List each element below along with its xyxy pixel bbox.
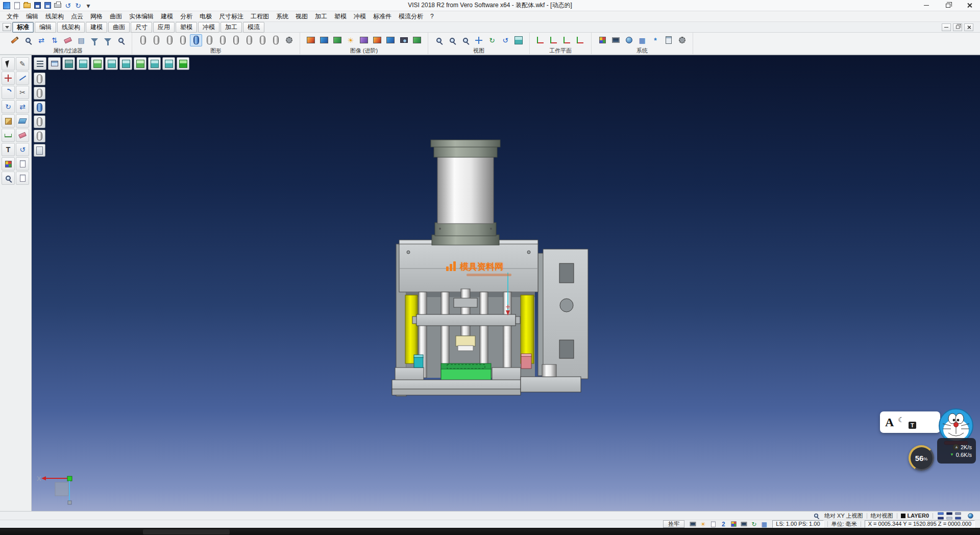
monitor-icon[interactable]	[739, 521, 748, 528]
menu-item-mold[interactable]: 塑模	[331, 11, 350, 22]
tab-flow[interactable]: 模流	[243, 22, 264, 33]
menu-item-die[interactable]: 冲模	[350, 11, 370, 22]
view-menu-icon[interactable]	[34, 57, 46, 70]
display-shaded-icon[interactable]	[34, 101, 45, 114]
erase-icon[interactable]	[16, 129, 29, 142]
lights-icon[interactable]: ☀	[345, 34, 357, 46]
restore-button[interactable]	[937, 0, 959, 11]
edit-attributes-icon[interactable]	[9, 34, 21, 46]
zoom-window-icon[interactable]	[446, 34, 458, 46]
dimension-icon[interactable]	[2, 129, 15, 142]
previous-view-icon[interactable]: ↺	[499, 34, 511, 46]
shaded-display-icon[interactable]	[177, 34, 189, 46]
absolute-view[interactable]: 绝对视图	[871, 512, 893, 520]
rotate-icon[interactable]: ↻	[2, 100, 15, 113]
menu-item-system[interactable]: 系统	[273, 11, 292, 22]
zoom-extents-icon[interactable]	[433, 34, 445, 46]
shaded-edges-display-icon[interactable]	[190, 34, 202, 46]
mdi-minimize-button[interactable]	[942, 23, 951, 31]
viewport-3d[interactable]: 模具资料网 X A ☾ T	[32, 55, 980, 511]
sketch-line-icon[interactable]	[16, 71, 29, 85]
calculator-icon[interactable]	[663, 34, 675, 46]
network-speed-panel[interactable]: ▲ 2K/s ▼ 0.6K/s	[937, 438, 976, 464]
solids-display-icon[interactable]	[243, 34, 255, 46]
color-swatch[interactable]	[954, 512, 962, 516]
menu-item-point-cloud[interactable]: 点云	[67, 11, 87, 22]
tab-standard[interactable]: 标准	[12, 22, 34, 33]
save-all-icon[interactable]	[43, 1, 52, 10]
transparent-display-icon[interactable]	[203, 34, 215, 46]
measure-icon[interactable]	[2, 172, 15, 185]
undo-icon[interactable]: ↺	[63, 1, 72, 10]
menu-item-solid-edit[interactable]: 实体编辑	[126, 11, 157, 22]
redo-icon[interactable]: ↻	[74, 1, 83, 10]
tab-machining[interactable]: 加工	[220, 22, 242, 33]
zoom-in-icon[interactable]	[459, 34, 472, 46]
layer-manager-icon[interactable]: ▤	[75, 34, 87, 46]
ime-toolbar[interactable]: A ☾ T	[880, 411, 940, 433]
front-view-cube-icon[interactable]	[105, 57, 118, 70]
bottom-view-cube-icon[interactable]	[162, 57, 175, 70]
grid-view-cube-icon[interactable]	[77, 57, 89, 70]
display-wire-icon[interactable]	[34, 115, 45, 128]
mdi-close-button[interactable]	[964, 23, 973, 31]
back-view-cube-icon[interactable]	[148, 57, 161, 70]
copy-attributes-icon[interactable]: ⇅	[48, 34, 61, 46]
absolute-xy-view[interactable]: 绝对 XY 上视图	[824, 512, 863, 520]
background-icon[interactable]	[384, 34, 397, 46]
menu-item-file[interactable]: 文件	[3, 11, 22, 22]
app-icon[interactable]	[2, 1, 11, 10]
shadows-icon[interactable]	[358, 34, 370, 46]
preferences-icon[interactable]	[676, 34, 688, 46]
refresh-icon[interactable]: ↻	[749, 521, 758, 528]
edit-pencil-icon[interactable]: ✎	[16, 57, 29, 70]
screen-icon[interactable]	[688, 521, 697, 528]
ime-mode-letter[interactable]: A	[885, 416, 894, 429]
trim-icon[interactable]: ✂	[16, 86, 29, 99]
network-icon[interactable]	[623, 34, 635, 46]
element-info-icon[interactable]	[22, 34, 34, 46]
menu-item-surface[interactable]: 曲面	[106, 11, 126, 22]
open-file-icon[interactable]	[22, 1, 32, 10]
undo-small-icon[interactable]: ↺	[16, 143, 29, 156]
ime-secondary-icon[interactable]: T	[909, 422, 916, 429]
data-table-icon[interactable]: ▦	[636, 34, 648, 46]
pan-icon[interactable]	[473, 34, 485, 46]
iso-view-cube-icon[interactable]	[62, 57, 75, 70]
curve-display-icon[interactable]	[230, 34, 242, 46]
tab-dimension[interactable]: 尺寸	[131, 22, 152, 33]
solid-icon[interactable]	[2, 114, 15, 128]
help-2-icon[interactable]: 2	[719, 521, 728, 528]
close-button[interactable]	[959, 0, 980, 11]
left-view-cube-icon[interactable]	[134, 57, 146, 70]
minimize-button[interactable]	[916, 0, 937, 11]
workplane-entity-icon[interactable]	[574, 34, 586, 46]
palette-icon[interactable]	[2, 157, 15, 171]
lock-toggle-button[interactable]: 拴牢	[663, 520, 684, 528]
snapshot-icon[interactable]	[398, 34, 410, 46]
menu-item-view[interactable]: 视图	[292, 11, 311, 22]
menu-item-mesh[interactable]: 网格	[87, 11, 106, 22]
notebook-icon[interactable]	[708, 521, 718, 528]
view-window-icon[interactable]	[48, 57, 61, 70]
match-properties-icon[interactable]: ⇄	[35, 34, 47, 46]
display-trans-icon[interactable]	[34, 130, 45, 142]
rotate-view-icon[interactable]: ↻	[486, 34, 498, 46]
workplane-3point-icon[interactable]	[548, 34, 560, 46]
menu-item-analysis[interactable]: 分析	[177, 11, 196, 22]
render-icon[interactable]	[305, 34, 317, 46]
new-file-icon[interactable]	[12, 1, 21, 10]
text-icon[interactable]: T	[2, 143, 15, 156]
mirror-icon[interactable]: ⇄	[16, 100, 29, 113]
delete-attributes-icon[interactable]	[62, 34, 74, 46]
percent-badge[interactable]: 56 %	[909, 445, 934, 471]
tab-modeling[interactable]: 建模	[86, 22, 107, 33]
color-swatch[interactable]	[945, 512, 953, 516]
color-swatch[interactable]	[937, 512, 945, 516]
hidden-line-display-icon[interactable]	[163, 34, 176, 46]
tab-mold[interactable]: 塑模	[176, 22, 197, 33]
select-icon[interactable]	[2, 57, 15, 70]
view-cube-icon[interactable]	[512, 34, 525, 46]
grid-icon[interactable]: ▦	[760, 521, 769, 528]
display-settings-icon[interactable]	[283, 34, 295, 46]
